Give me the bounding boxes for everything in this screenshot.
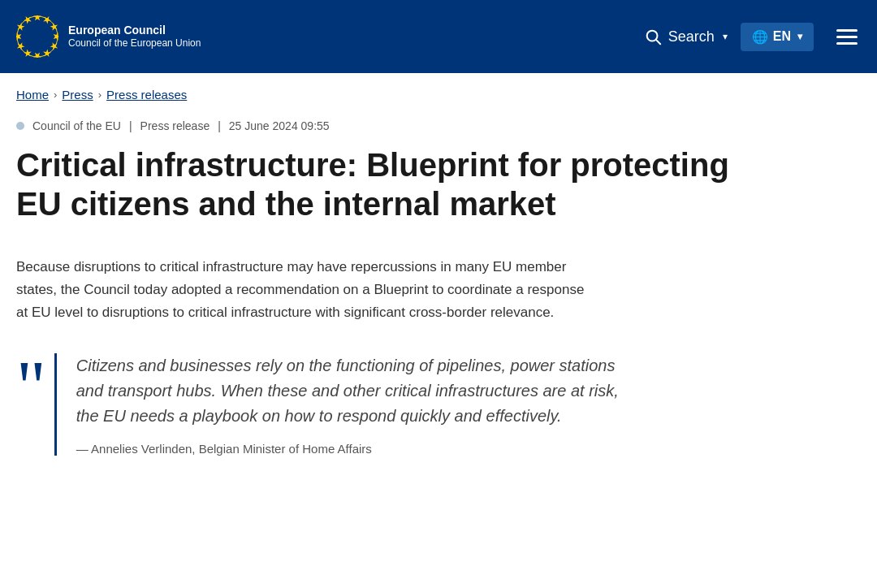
menu-line-1 xyxy=(836,29,858,32)
quote-mark-icon: " xyxy=(16,361,46,413)
lang-icon: 🌐 xyxy=(752,29,768,45)
org-name: European Council Council of the European… xyxy=(68,23,201,50)
search-label: Search xyxy=(668,28,715,45)
menu-line-3 xyxy=(836,42,858,45)
meta-sep-2: | xyxy=(218,119,221,132)
breadcrumb-chevron-1: › xyxy=(54,89,57,101)
article-meta: Council of the EU | Press release | 25 J… xyxy=(16,119,780,132)
language-button[interactable]: 🌐 EN ▾ xyxy=(741,23,814,51)
meta-date: 25 June 2024 09:55 xyxy=(229,119,330,132)
quote-attribution: — Annelies Verlinden, Belgian Minister o… xyxy=(76,442,625,456)
svg-line-14 xyxy=(656,40,660,44)
article-title: Critical infrastructure: Blueprint for p… xyxy=(16,145,780,223)
org-line1: European Council xyxy=(68,23,201,37)
quote-block: " Citizens and businesses rely on the fu… xyxy=(16,353,625,456)
main-content: Council of the EU | Press release | 25 J… xyxy=(0,111,796,488)
logo-area: European Council Council of the European… xyxy=(16,15,201,58)
breadcrumb-chevron-2: › xyxy=(98,89,102,101)
svg-point-0 xyxy=(17,16,58,57)
meta-source: Council of the EU xyxy=(32,119,121,132)
search-icon xyxy=(644,28,662,45)
org-line2: Council of the European Union xyxy=(68,37,201,50)
lang-chevron-icon: ▾ xyxy=(797,31,802,42)
search-button[interactable]: Search ▾ xyxy=(644,28,728,45)
meta-sep-1: | xyxy=(129,119,132,132)
lang-code: EN xyxy=(773,29,791,44)
quote-inner: Citizens and businesses rely on the func… xyxy=(54,353,625,456)
hamburger-menu-button[interactable] xyxy=(833,26,861,48)
breadcrumb-press-releases[interactable]: Press releases xyxy=(106,88,187,102)
breadcrumb-home[interactable]: Home xyxy=(16,88,49,102)
header-controls: Search ▾ 🌐 EN ▾ xyxy=(644,23,861,51)
article-intro: Because disruptions to critical infrastr… xyxy=(16,256,585,324)
meta-dot-icon xyxy=(16,122,24,130)
menu-line-2 xyxy=(836,36,858,38)
search-chevron-icon: ▾ xyxy=(723,31,728,42)
eu-logo xyxy=(16,15,58,58)
breadcrumb: Home › Press › Press releases xyxy=(0,73,877,111)
meta-type: Press release xyxy=(140,119,210,132)
site-header: European Council Council of the European… xyxy=(0,0,877,73)
breadcrumb-press[interactable]: Press xyxy=(62,88,93,102)
quote-text: Citizens and businesses rely on the func… xyxy=(76,353,625,429)
